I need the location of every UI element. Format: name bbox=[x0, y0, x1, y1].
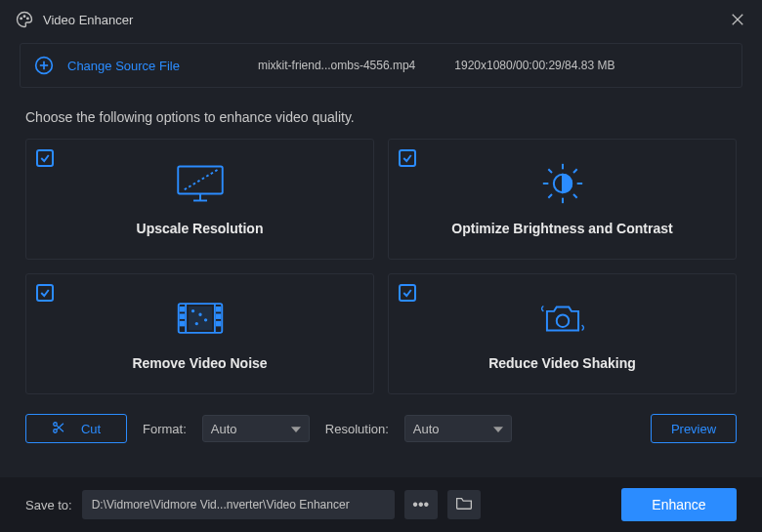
preview-button[interactable]: Preview bbox=[651, 414, 737, 443]
chevron-down-icon bbox=[291, 422, 301, 436]
source-filename: mixkit-friend...ombs-4556.mp4 bbox=[258, 59, 415, 72]
option-label: Upscale Resolution bbox=[137, 221, 264, 236]
svg-rect-24 bbox=[180, 307, 184, 311]
svg-line-9 bbox=[183, 170, 217, 190]
save-path-value: D:\Vidmore\Vidmore Vid...nverter\Video E… bbox=[92, 498, 350, 512]
svg-point-0 bbox=[21, 18, 22, 20]
format-label: Format: bbox=[143, 422, 187, 436]
svg-rect-27 bbox=[216, 307, 220, 311]
option-remove-noise[interactable]: Remove Video Noise bbox=[25, 273, 374, 394]
svg-rect-29 bbox=[216, 322, 220, 326]
svg-point-2 bbox=[27, 18, 29, 20]
svg-line-19 bbox=[548, 194, 552, 198]
save-path-input[interactable]: D:\Vidmore\Vidmore Vid...nverter\Video E… bbox=[82, 490, 395, 519]
option-label: Reduce Video Shaking bbox=[488, 355, 636, 371]
svg-line-17 bbox=[548, 169, 552, 173]
titlebar-left: Video Enhancer bbox=[16, 11, 133, 28]
enhance-button[interactable]: Enhance bbox=[621, 488, 737, 521]
svg-point-32 bbox=[199, 314, 200, 315]
options-grid: Upscale Resolution Optimize Brightness a… bbox=[0, 139, 762, 394]
svg-point-37 bbox=[54, 429, 58, 432]
change-source-button[interactable]: Change Source File bbox=[34, 56, 180, 75]
option-reduce-shaking[interactable]: Reduce Video Shaking bbox=[388, 273, 737, 394]
svg-marker-41 bbox=[493, 427, 503, 432]
svg-rect-26 bbox=[180, 322, 184, 326]
svg-rect-25 bbox=[180, 314, 184, 318]
option-brightness-contrast[interactable]: Optimize Brightness and Contrast bbox=[388, 139, 737, 260]
checkbox-shaking[interactable] bbox=[399, 284, 416, 302]
cut-button[interactable]: Cut bbox=[25, 414, 127, 443]
change-source-label: Change Source File bbox=[67, 59, 180, 73]
controls-row: Cut Format: Auto Resolution: Auto Previe… bbox=[0, 394, 762, 443]
checkbox-upscale[interactable] bbox=[36, 149, 54, 167]
svg-line-18 bbox=[573, 194, 577, 198]
palette-icon bbox=[16, 11, 33, 28]
close-button[interactable] bbox=[729, 11, 746, 28]
svg-line-20 bbox=[573, 169, 577, 173]
resolution-value: Auto bbox=[413, 422, 440, 436]
monitor-upscale-icon bbox=[173, 162, 228, 205]
preview-label: Preview bbox=[671, 422, 716, 436]
svg-point-34 bbox=[195, 323, 196, 324]
format-value: Auto bbox=[211, 422, 237, 436]
more-button[interactable]: ••• bbox=[404, 490, 438, 519]
svg-rect-28 bbox=[216, 314, 220, 318]
cut-label: Cut bbox=[81, 422, 101, 436]
brightness-icon bbox=[541, 162, 584, 205]
enhance-label: Enhance bbox=[652, 497, 705, 512]
dots-icon: ••• bbox=[412, 496, 429, 513]
option-label: Remove Video Noise bbox=[132, 355, 267, 371]
resolution-label: Resolution: bbox=[325, 422, 389, 436]
instruction-text: Choose the following options to enhance … bbox=[25, 109, 737, 125]
save-to-label: Save to: bbox=[25, 498, 72, 512]
svg-point-36 bbox=[54, 422, 58, 426]
svg-point-1 bbox=[23, 16, 25, 18]
checkbox-noise[interactable] bbox=[36, 284, 54, 302]
source-info: 1920x1080/00:00:29/84.83 MB bbox=[454, 59, 614, 72]
source-bar: Change Source File mixkit-friend...ombs-… bbox=[20, 43, 742, 88]
format-dropdown[interactable]: Auto bbox=[202, 415, 310, 442]
option-upscale-resolution[interactable]: Upscale Resolution bbox=[25, 139, 374, 260]
option-label: Optimize Brightness and Contrast bbox=[451, 221, 672, 236]
svg-point-33 bbox=[204, 319, 205, 320]
open-folder-button[interactable] bbox=[447, 490, 481, 519]
chevron-down-icon bbox=[493, 422, 503, 436]
resolution-dropdown[interactable]: Auto bbox=[404, 415, 512, 442]
svg-point-31 bbox=[191, 310, 192, 311]
footer: Save to: D:\Vidmore\Vidmore Vid...nverte… bbox=[0, 477, 762, 532]
folder-icon bbox=[455, 496, 473, 514]
titlebar: Video Enhancer bbox=[0, 0, 762, 39]
camera-shake-icon bbox=[538, 297, 587, 340]
svg-point-35 bbox=[556, 314, 569, 327]
plus-circle-icon bbox=[34, 56, 54, 75]
checkbox-brightness[interactable] bbox=[399, 149, 416, 167]
film-noise-icon bbox=[175, 297, 226, 340]
svg-marker-40 bbox=[291, 427, 301, 432]
scissors-icon bbox=[52, 421, 65, 437]
app-title: Video Enhancer bbox=[43, 13, 133, 27]
